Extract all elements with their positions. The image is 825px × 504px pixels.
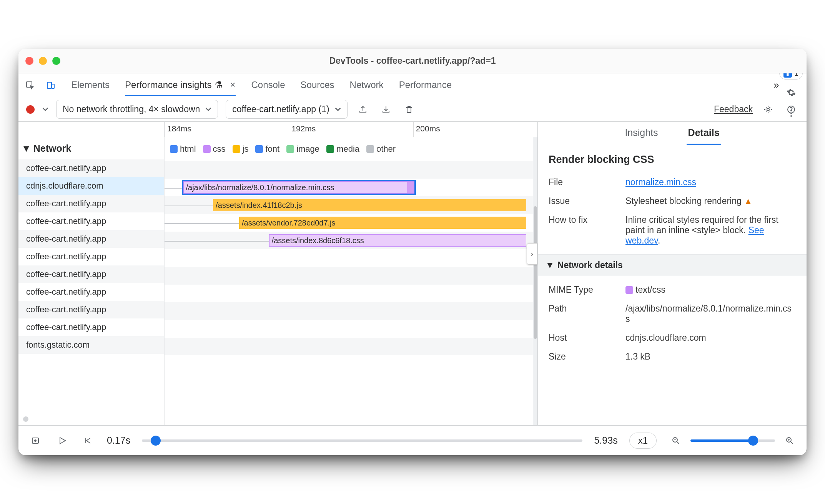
track-row[interactable]	[165, 320, 537, 338]
howtofix-label: How to fix	[549, 215, 625, 225]
throttle-select[interactable]: No network throttling, 4× slowdown	[56, 100, 218, 119]
track-row[interactable]	[165, 267, 537, 285]
right-tab-details[interactable]: Details	[687, 122, 721, 145]
seek-start-icon[interactable]	[80, 433, 95, 448]
network-header[interactable]: ▼ Network	[18, 122, 164, 159]
inspect-icon[interactable]	[22, 78, 38, 93]
playback-speed[interactable]: x1	[629, 433, 657, 449]
track-row[interactable]	[165, 285, 537, 302]
resource-bar[interactable]: /assets/index.8d6c6f18.css	[269, 234, 526, 247]
time-ruler[interactable]: 184ms192ms200ms	[165, 122, 537, 137]
panel-settings-icon[interactable]	[760, 102, 776, 117]
tab-elements[interactable]: Elements	[71, 75, 110, 95]
play-icon[interactable]	[55, 433, 70, 448]
track-row[interactable]: /assets/vendor.728ed0d7.js	[165, 214, 537, 232]
track-row[interactable]	[165, 302, 537, 320]
export-icon[interactable]	[355, 102, 371, 117]
playback-start-time: 0.17s	[107, 435, 130, 446]
expand-right-handle[interactable]: ›	[527, 243, 537, 265]
host-row[interactable]: coffee-cart.netlify.app	[18, 212, 164, 230]
network-sidebar: ▼ Network coffee-cart.netlify.appcdnjs.c…	[18, 122, 165, 425]
tabs-overflow[interactable]: »	[773, 75, 779, 96]
size-value: 1.3 kB	[625, 351, 796, 362]
host-row[interactable]: coffee-cart.netlify.app	[18, 265, 164, 283]
host-row[interactable]: coffee-cart.netlify.app	[18, 159, 164, 177]
tracks-area[interactable]: /ajax/libs/normalize/8.0.1/normalize.min…	[165, 161, 537, 425]
network-details-header[interactable]: ▼ Network details	[538, 254, 807, 276]
svg-rect-1	[47, 82, 52, 88]
zoom-in-icon[interactable]	[782, 433, 797, 448]
track-row[interactable]	[165, 249, 537, 267]
mime-label: MIME Type	[549, 285, 625, 295]
close-icon[interactable]	[25, 57, 33, 65]
svg-rect-2	[52, 84, 54, 88]
host-row[interactable]: coffee-cart.netlify.app	[18, 283, 164, 301]
right-tab-insights[interactable]: Insights	[623, 122, 659, 145]
file-link[interactable]: normalize.min.css	[625, 177, 696, 187]
path-value: /ajax/libs/normalize/8.0.1/normalize.min…	[625, 303, 796, 324]
legend-other[interactable]: other	[366, 144, 396, 154]
perf-toolbar: No network throttling, 4× slowdown coffe…	[18, 97, 807, 122]
replay-icon[interactable]	[28, 433, 43, 448]
host-row[interactable]: coffee-cart.netlify.app	[18, 195, 164, 212]
track-row[interactable]: /assets/index.8d6c6f18.css	[165, 232, 537, 249]
import-icon[interactable]	[378, 102, 394, 117]
track-row[interactable]	[165, 338, 537, 355]
zoom-out-icon[interactable]	[668, 433, 684, 448]
devtools-tabstrip: ElementsPerformance insights ⚗✕ConsoleSo…	[18, 73, 807, 97]
legend-css[interactable]: css	[203, 144, 226, 154]
resource-bar[interactable]: /assets/vendor.728ed0d7.js	[239, 217, 526, 229]
track-row[interactable]	[165, 161, 537, 179]
host-row[interactable]: cdnjs.cloudflare.com	[18, 177, 164, 195]
mime-value: text/css	[635, 285, 665, 295]
track-row[interactable]: /ajax/libs/normalize/8.0.1/normalize.min…	[165, 179, 537, 196]
warning-icon: ▲	[744, 196, 752, 206]
network-header-label: Network	[33, 143, 72, 154]
details-panel: InsightsDetails Render blocking CSS File…	[537, 122, 807, 425]
feedback-link[interactable]: Feedback	[714, 104, 753, 114]
resource-bar[interactable]: /ajax/libs/normalize/8.0.1/normalize.min…	[183, 181, 414, 194]
tab-network[interactable]: Network	[350, 75, 384, 95]
settings-icon[interactable]	[783, 85, 799, 100]
tab-performance-insights[interactable]: Performance insights ⚗✕	[125, 75, 236, 96]
right-tabs: InsightsDetails	[538, 122, 807, 145]
titlebar: DevTools - coffee-cart.netlify.app/?ad=1	[18, 49, 807, 73]
legend-media[interactable]: media	[326, 144, 359, 154]
legend-image[interactable]: image	[286, 144, 319, 154]
devtools-window: DevTools - coffee-cart.netlify.app/?ad=1…	[18, 49, 807, 455]
record-button[interactable]	[26, 105, 35, 114]
page-label: coffee-cart.netlify.app (1)	[232, 104, 329, 114]
host-row[interactable]: coffee-cart.netlify.app	[18, 318, 164, 336]
host-row[interactable]: coffee-cart.netlify.app	[18, 301, 164, 318]
scrollbar[interactable]	[533, 137, 537, 425]
delete-icon[interactable]	[401, 102, 417, 117]
tab-console[interactable]: Console	[251, 75, 285, 95]
host-row[interactable]: fonts.gstatic.com	[18, 336, 164, 354]
legend-html[interactable]: html	[170, 144, 196, 154]
legend-font[interactable]: font	[255, 144, 279, 154]
close-tab-icon[interactable]: ✕	[230, 81, 236, 89]
path-label: Path	[549, 303, 625, 314]
track-row[interactable]: /assets/index.41f18c2b.js	[165, 196, 537, 214]
help-icon[interactable]	[783, 102, 799, 117]
host-row[interactable]: coffee-cart.netlify.app	[18, 230, 164, 248]
timeline-panel: 184ms192ms200ms htmlcssjsfontimagemediao…	[165, 122, 537, 425]
zoom-icon[interactable]	[52, 57, 60, 65]
issue-text: Stylesheet blocking rendering	[625, 196, 742, 206]
zoom-slider[interactable]	[690, 439, 775, 442]
issue-label: Issue	[549, 196, 625, 206]
device-toolbar-icon[interactable]	[43, 78, 58, 93]
triangle-down-icon: ▼	[546, 260, 554, 270]
tab-sources[interactable]: Sources	[301, 75, 334, 95]
window-title: DevTools - coffee-cart.netlify.app/?ad=1	[18, 56, 807, 66]
record-menu-chevron-icon[interactable]	[42, 108, 48, 111]
svg-point-6	[767, 108, 769, 111]
resource-bar[interactable]: /assets/index.41f18c2b.js	[213, 199, 526, 211]
host-row[interactable]: coffee-cart.netlify.app	[18, 248, 164, 265]
playback-slider[interactable]	[142, 439, 582, 442]
page-select[interactable]: coffee-cart.netlify.app (1)	[226, 100, 347, 119]
tab-performance[interactable]: Performance	[399, 75, 452, 95]
legend-js[interactable]: js	[233, 144, 249, 154]
minimize-icon[interactable]	[39, 57, 47, 65]
experiment-icon: ⚗	[215, 80, 223, 90]
